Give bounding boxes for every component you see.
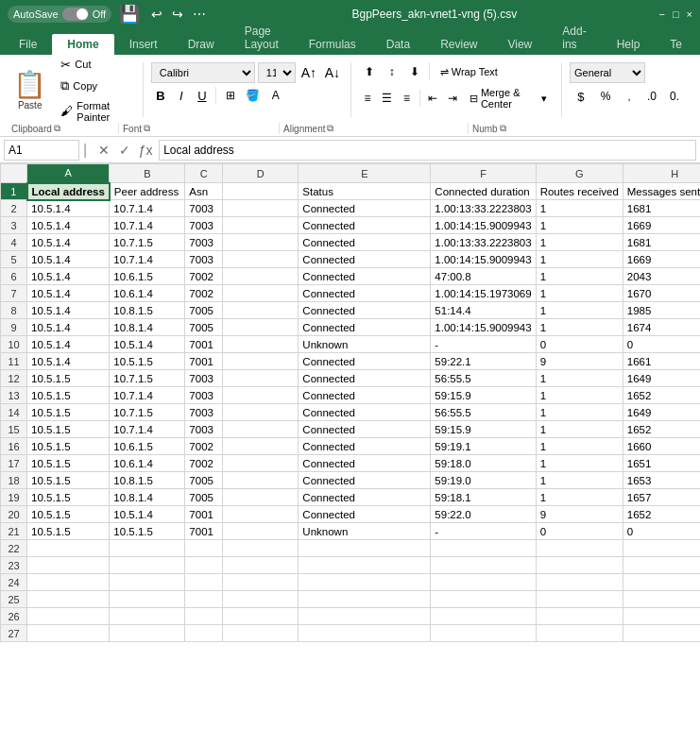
cell[interactable]: 1649 — [623, 404, 700, 421]
cell[interactable] — [223, 217, 299, 234]
cell[interactable] — [223, 523, 299, 540]
cell[interactable]: 10.5.1.5 — [110, 353, 185, 370]
cell[interactable]: 1.00:14:15.9009943 — [431, 217, 536, 234]
wrap-text-button[interactable]: ⇌ Wrap Text — [434, 62, 504, 81]
cell[interactable]: 10.5.1.5 — [27, 506, 110, 523]
tab-draw[interactable]: Draw — [173, 34, 230, 55]
cell[interactable]: 7001 — [185, 523, 223, 540]
cell-empty[interactable] — [223, 574, 299, 591]
copy-button[interactable]: ⧉ Copy — [56, 76, 135, 96]
cell[interactable]: Connected — [299, 268, 431, 285]
cell[interactable]: Connected — [299, 489, 431, 506]
cell[interactable] — [223, 268, 299, 285]
row-header-empty-23[interactable]: 23 — [1, 557, 27, 574]
merge-dropdown-icon[interactable]: ▾ — [541, 93, 547, 105]
cell[interactable]: Local address — [27, 183, 110, 200]
cell-empty[interactable] — [223, 540, 299, 557]
cell[interactable]: 10.7.1.4 — [110, 200, 185, 217]
cell[interactable]: 1669 — [623, 251, 700, 268]
cell[interactable]: 10.5.1.4 — [27, 217, 110, 234]
row-header-14[interactable]: 14 — [1, 404, 27, 421]
cell[interactable] — [223, 353, 299, 370]
row-header-7[interactable]: 7 — [1, 285, 27, 302]
cell[interactable]: 59:19.1 — [431, 438, 536, 455]
cell[interactable]: 1.00:14:15.1973069 — [431, 285, 536, 302]
row-header-21[interactable]: 21 — [1, 523, 27, 540]
tab-file[interactable]: File — [4, 34, 52, 55]
cell-empty[interactable] — [110, 625, 185, 642]
cell[interactable]: Connected — [299, 455, 431, 472]
row-header-15[interactable]: 15 — [1, 421, 27, 438]
cell[interactable]: Connected — [299, 421, 431, 438]
cell[interactable]: Connected — [299, 200, 431, 217]
cell[interactable]: 1674 — [623, 319, 700, 336]
row-header-empty-25[interactable]: 25 — [1, 591, 27, 608]
cell[interactable] — [223, 489, 299, 506]
cell[interactable]: Connected — [299, 438, 431, 455]
cell[interactable]: 10.5.1.5 — [27, 370, 110, 387]
cell[interactable]: Connected — [299, 506, 431, 523]
cell-empty[interactable] — [536, 608, 623, 625]
cell[interactable]: 59:15.9 — [431, 421, 536, 438]
cell[interactable]: 1652 — [623, 387, 700, 404]
tab-help[interactable]: Help — [602, 34, 656, 55]
cell[interactable] — [223, 234, 299, 251]
cell[interactable]: 7003 — [185, 387, 223, 404]
row-header-12[interactable]: 12 — [1, 370, 27, 387]
cell-empty[interactable] — [110, 574, 185, 591]
cell-empty[interactable] — [185, 625, 223, 642]
cell-empty[interactable] — [623, 591, 700, 608]
cell[interactable]: Status — [299, 183, 431, 200]
formula-input[interactable] — [159, 140, 696, 161]
cell[interactable]: 10.5.1.5 — [27, 523, 110, 540]
cell[interactable]: 1652 — [623, 506, 700, 523]
decrease-indent-button[interactable]: ⇤ — [424, 89, 442, 108]
cell[interactable]: 10.5.1.5 — [27, 438, 110, 455]
cell[interactable]: 7003 — [185, 217, 223, 234]
row-header-17[interactable]: 17 — [1, 455, 27, 472]
cell[interactable] — [223, 421, 299, 438]
cell[interactable]: 1 — [536, 455, 623, 472]
increase-font-size-button[interactable]: A↑ — [299, 63, 319, 82]
cell[interactable]: 59:18.1 — [431, 489, 536, 506]
cell-empty[interactable] — [27, 540, 110, 557]
paste-button[interactable]: 📋 Paste — [8, 59, 52, 121]
format-painter-button[interactable]: 🖌 Format Painter — [56, 97, 135, 126]
col-header-h[interactable]: H — [623, 164, 700, 183]
row-header-5[interactable]: 5 — [1, 251, 27, 268]
cell-empty[interactable] — [536, 557, 623, 574]
cell[interactable]: 2043 — [623, 268, 700, 285]
cell[interactable]: 1 — [536, 438, 623, 455]
cell[interactable]: 1.00:13:33.2223803 — [431, 200, 536, 217]
cell[interactable]: - — [431, 523, 536, 540]
align-bottom-button[interactable]: ⬇ — [404, 62, 425, 81]
cell[interactable]: 1 — [536, 234, 623, 251]
cell-empty[interactable] — [110, 557, 185, 574]
cell[interactable]: 56:55.5 — [431, 404, 536, 421]
cell-empty[interactable] — [110, 608, 185, 625]
cell[interactable]: 10.5.1.5 — [27, 472, 110, 489]
font-color-button[interactable]: A — [265, 86, 286, 105]
tab-te[interactable]: Te — [655, 34, 697, 55]
cell[interactable]: Asn — [185, 183, 223, 200]
cell[interactable]: 10.7.1.5 — [110, 234, 185, 251]
cell[interactable]: 59:18.0 — [431, 455, 536, 472]
cell[interactable] — [223, 387, 299, 404]
cell-empty[interactable] — [299, 557, 431, 574]
cell-empty[interactable] — [27, 608, 110, 625]
cell[interactable] — [223, 404, 299, 421]
cell[interactable]: 1670 — [623, 285, 700, 302]
cell[interactable]: 7001 — [185, 506, 223, 523]
cell[interactable]: 1 — [536, 387, 623, 404]
cell[interactable]: 51:14.4 — [431, 302, 536, 319]
cell[interactable]: Peer address — [110, 183, 185, 200]
cell-empty[interactable] — [185, 591, 223, 608]
cell-empty[interactable] — [27, 557, 110, 574]
undo-button[interactable]: ↩ — [147, 5, 166, 24]
cell-empty[interactable] — [536, 625, 623, 642]
cell[interactable]: 1661 — [623, 353, 700, 370]
cell[interactable] — [223, 455, 299, 472]
cell-empty[interactable] — [299, 608, 431, 625]
merge-center-button[interactable]: ⊟ Merge & Center ▾ — [463, 84, 554, 112]
row-header-13[interactable]: 13 — [1, 387, 27, 404]
